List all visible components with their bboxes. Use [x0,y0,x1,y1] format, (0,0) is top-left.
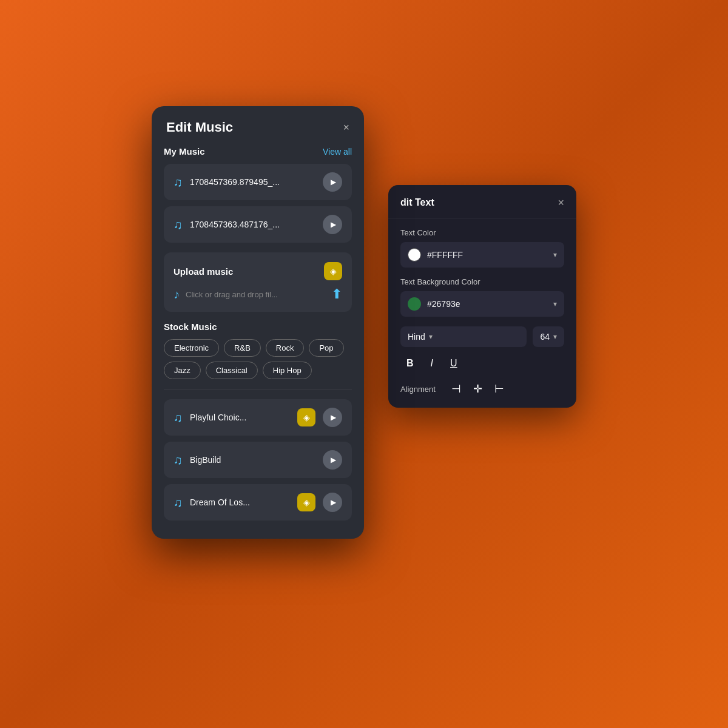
divider [164,389,352,389]
diamond-icon-3: ◈ [303,497,310,507]
view-all-button[interactable]: View all [323,147,352,157]
my-music-section-header: My Music View all [164,146,352,157]
genre-jazz[interactable]: Jazz [164,362,201,379]
stock-premium-badge-3: ◈ [297,493,315,511]
edit-music-title: Edit Music [166,120,233,135]
my-music-item-1: ♫ 1708457369.879495_... ▶ [164,164,352,200]
music-note-icon-1: ♫ [174,175,183,189]
my-music-title: My Music [164,146,205,157]
stock-music-name-3: Dream Of Los... [190,497,290,507]
text-bg-chevron-icon: ▾ [553,300,557,308]
diamond-icon: ◈ [330,266,337,276]
text-color-section: Text Color #FFFFFF ▾ [400,228,564,268]
edit-text-title: dit Text [400,197,434,208]
music-body: My Music View all ♫ 1708457369.879495_..… [152,146,364,539]
align-left-button[interactable]: ⊣ [445,380,467,398]
diamond-icon-1: ◈ [303,413,310,422]
my-music-name-2: 1708457363.487176_... [190,220,315,229]
edit-music-header: Edit Music × [152,106,364,146]
upload-header: Upload music ◈ [174,262,342,280]
edit-music-close-button[interactable]: × [343,122,349,133]
font-family-select[interactable]: Hind ▾ [400,326,527,347]
stock-premium-badge-1: ◈ [297,408,315,426]
align-right-button[interactable]: ⊢ [488,380,510,398]
font-size-select[interactable]: 64 ▾ [533,326,564,347]
italic-button[interactable]: I [427,356,437,371]
upload-title: Upload music [174,266,233,277]
stock-music-title: Stock Music [164,322,217,332]
alignment-label: Alignment [400,385,436,394]
stock-item-2: ♫ BigBuild ▶ [164,442,352,478]
stock-item-3: ♫ Dream Of Los... ◈ ▶ [164,484,352,521]
play-button-2[interactable]: ▶ [323,215,342,234]
upload-premium-badge: ◈ [324,262,342,280]
font-family-value: Hind [408,332,425,342]
text-bg-select[interactable]: #26793e ▾ [400,291,564,317]
stock-note-icon-1: ♫ [174,411,183,425]
alignment-row: Alignment ⊣ ✛ ⊢ [400,380,564,398]
genre-rock[interactable]: Rock [266,339,305,357]
stock-play-icon-1: ▶ [331,413,336,422]
text-bg-dot [408,297,421,311]
text-style-row: B I U [400,356,564,371]
edit-text-body: Text Color #FFFFFF ▾ Text Background Col… [388,218,576,408]
music-note-icon-2: ♫ [174,218,183,232]
upload-drop-text: Click or drag and drop fil... [186,290,278,299]
stock-note-icon-3: ♫ [174,496,183,510]
genre-hiphop[interactable]: Hip Hop [263,362,312,379]
edit-text-panel: dit Text × Text Color #FFFFFF ▾ Text Bac… [388,185,576,408]
stock-note-icon-2: ♫ [174,453,183,467]
text-bg-label: Text Background Color [400,277,564,286]
underline-button[interactable]: U [447,356,461,371]
my-music-item-2: ♫ 1708457363.487176_... ▶ [164,206,352,243]
edit-text-close-button[interactable]: × [558,197,564,208]
genre-pop[interactable]: Pop [309,339,343,357]
upload-section: Upload music ◈ ♪ Click or drag and drop … [164,252,352,312]
music-drop-icon: ♪ [174,288,180,302]
stock-item-1: ♫ Playful Choic... ◈ ▶ [164,399,352,436]
genre-row: Electronic R&B Rock Pop Jazz Classical H… [164,339,352,379]
stock-play-button-3[interactable]: ▶ [323,493,342,512]
font-chevron-icon: ▾ [429,332,433,341]
bold-button[interactable]: B [403,356,417,371]
play-button-1[interactable]: ▶ [323,172,342,192]
stock-play-icon-2: ▶ [331,456,336,464]
edit-text-header: dit Text × [388,185,576,218]
text-color-select[interactable]: #FFFFFF ▾ [400,242,564,268]
text-bg-value: #26793e [427,299,553,309]
stock-play-button-1[interactable]: ▶ [323,408,342,427]
stock-music-name-1: Playful Choic... [190,413,290,422]
play-icon-2: ▶ [331,220,336,229]
text-color-value: #FFFFFF [427,250,553,260]
stock-play-button-2[interactable]: ▶ [323,450,342,470]
my-music-name-1: 1708457369.879495_... [190,177,315,187]
genre-classical[interactable]: Classical [206,362,258,379]
play-icon-1: ▶ [331,178,336,186]
genre-rnb[interactable]: R&B [224,339,261,357]
text-bg-section: Text Background Color #26793e ▾ [400,277,564,317]
genre-electronic[interactable]: Electronic [164,339,219,357]
edit-music-panel: Edit Music × My Music View all ♫ 1708457… [152,106,364,539]
text-color-chevron-icon: ▾ [553,251,557,259]
upload-cloud-icon: ⬆ [331,286,342,302]
font-row: Hind ▾ 64 ▾ [400,326,564,347]
text-color-dot [408,248,421,261]
stock-music-header: Stock Music [164,322,352,332]
upload-drop-area[interactable]: ♪ Click or drag and drop fil... ⬆ [174,286,342,302]
stock-play-icon-3: ▶ [331,498,336,507]
stock-music-name-2: BigBuild [190,455,315,465]
text-color-label: Text Color [400,228,564,237]
stock-music-section: Stock Music Electronic R&B Rock Pop Jazz… [164,322,352,379]
size-chevron-icon: ▾ [553,332,557,341]
align-center-button[interactable]: ✛ [467,380,488,398]
font-size-value: 64 [540,332,550,342]
